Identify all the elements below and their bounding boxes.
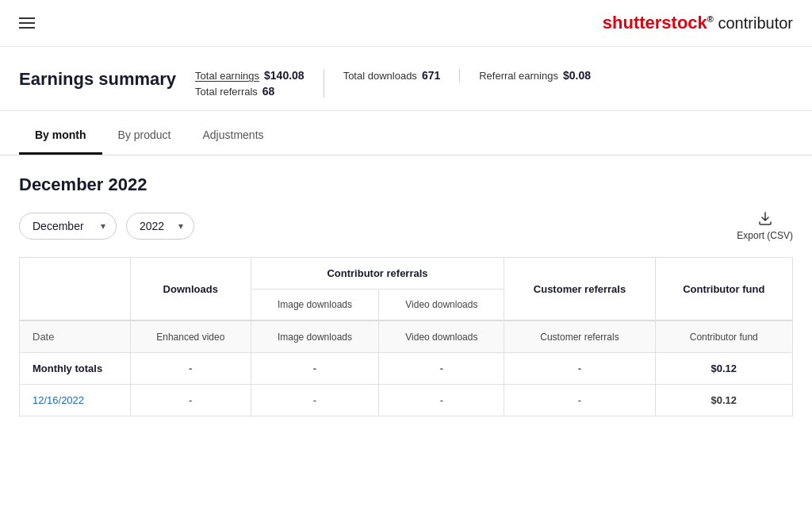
month-select[interactable]: January February March April May June Ju…: [19, 213, 117, 240]
monthly-totals-row: Monthly totals - - - - $0.12: [20, 353, 793, 385]
tab-by-month[interactable]: By month: [19, 117, 102, 155]
export-icon: [757, 211, 773, 227]
th-customer-referrals: Customer referrals: [504, 258, 655, 321]
filters-left: January February March April May June Ju…: [19, 213, 194, 240]
total-downloads-group: Total downloads 671: [324, 69, 461, 82]
total-earnings-label[interactable]: Total earnings: [195, 70, 259, 82]
total-referrals-value: 68: [262, 85, 275, 98]
th-image-downloads: Image downloads: [251, 290, 379, 321]
earnings-stats: Total earnings $140.08 Total referrals 6…: [195, 69, 610, 98]
logo-contributor: contributor: [714, 14, 793, 32]
menu-button[interactable]: [19, 17, 35, 29]
monthly-totals-enhanced-video: -: [131, 353, 251, 385]
tab-adjustments[interactable]: Adjustments: [187, 117, 280, 155]
referral-earnings-label: Referral earnings: [479, 70, 558, 82]
total-earnings-value: $140.08: [264, 69, 304, 82]
sub-enhanced-video-header: Enhanced video: [131, 320, 251, 353]
row-date: 12/16/2022: [20, 385, 131, 416]
row-image-downloads: -: [251, 385, 379, 416]
sub-contributor-fund-header: Contributor fund: [655, 320, 792, 353]
row-date-link[interactable]: 12/16/2022: [33, 394, 84, 406]
logo: shutterstock® contributor: [603, 13, 793, 33]
monthly-totals-label: Monthly totals: [20, 353, 131, 385]
total-downloads-label: Total downloads: [343, 70, 417, 82]
th-downloads: Downloads: [131, 258, 251, 321]
tabs-nav: By month By product Adjustments: [0, 117, 812, 155]
month-select-wrapper: January February March April May June Ju…: [19, 213, 117, 240]
referral-earnings-value: $0.08: [563, 69, 591, 82]
sub-video-header: Video downloads: [379, 320, 504, 353]
monthly-totals-customer-ref: -: [504, 353, 655, 385]
row-contributor-fund: $0.12: [655, 385, 792, 416]
th-contributor-referrals-group: Contributor referrals: [251, 258, 504, 290]
tab-by-product[interactable]: By product: [102, 117, 187, 155]
sub-date-header: Date: [20, 320, 131, 353]
sub-customer-ref-header: Customer referrals: [504, 320, 655, 353]
th-date-empty: [20, 258, 131, 321]
row-enhanced-video: -: [131, 385, 251, 416]
earnings-summary-section: Earnings summary Total earnings $140.08 …: [0, 47, 812, 111]
period-title: December 2022: [19, 175, 793, 195]
header: shutterstock® contributor: [0, 0, 812, 47]
earnings-summary-title: Earnings summary: [19, 69, 176, 90]
export-csv-button[interactable]: Export (CSV): [737, 211, 793, 241]
monthly-totals-image: -: [251, 353, 379, 385]
year-select-wrapper: 2020 2021 2022 2023: [126, 213, 194, 240]
earnings-table: Downloads Contributor referrals Customer…: [19, 257, 793, 416]
referral-earnings-group: Referral earnings $0.08: [460, 69, 610, 82]
row-video-downloads: -: [379, 385, 504, 416]
total-referrals-label: Total referrals: [195, 86, 258, 98]
earnings-table-container: Downloads Contributor referrals Customer…: [19, 257, 793, 416]
table-row: 12/16/2022 - - - - $0.12: [20, 385, 793, 416]
total-earnings-group: Total earnings $140.08 Total referrals 6…: [195, 69, 324, 98]
filters-row: January February March April May June Ju…: [19, 211, 793, 241]
export-label: Export (CSV): [737, 230, 793, 241]
sub-image-header: Image downloads: [251, 320, 379, 353]
logo-shutterstock: shutterstock: [603, 13, 707, 33]
main-content: December 2022 January February March Apr…: [0, 155, 812, 416]
monthly-totals-contributor-fund: $0.12: [655, 353, 792, 385]
logo-registered: ®: [707, 14, 714, 24]
row-customer-referrals: -: [504, 385, 655, 416]
total-downloads-value: 671: [422, 69, 440, 82]
year-select[interactable]: 2020 2021 2022 2023: [126, 213, 194, 240]
th-video-downloads: Video downloads: [379, 290, 504, 321]
monthly-totals-video: -: [379, 353, 504, 385]
th-contributor-fund: Contributor fund: [655, 258, 792, 321]
